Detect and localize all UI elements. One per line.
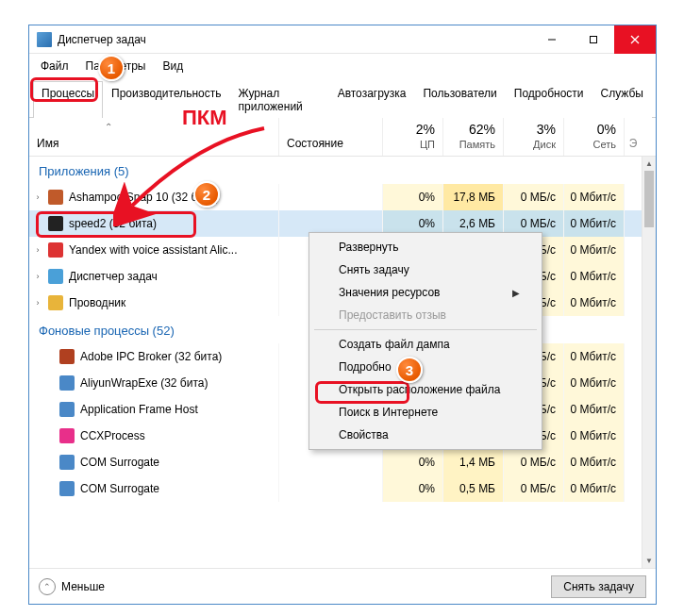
header-net-label: Сеть [568, 139, 616, 150]
header-disk-pct: 3% [508, 122, 556, 137]
context-menu-item[interactable]: Свойства [312, 424, 539, 446]
process-name-cell: ›Yandex with voice assistant Alic... [29, 237, 279, 263]
scrollbar[interactable]: ▲ ▼ [642, 157, 656, 568]
process-state-cell [279, 184, 383, 210]
header-cpu[interactable]: 2% ЦП [383, 118, 443, 156]
context-menu-item[interactable]: Развернуть [312, 236, 539, 258]
header-net-pct: 0% [568, 122, 616, 137]
tab-details[interactable]: Подробности [506, 81, 592, 118]
process-state-cell [279, 449, 383, 475]
process-name-cell: AliyunWrapExe (32 бита) [29, 370, 279, 396]
process-name-cell: Adobe IPC Broker (32 бита) [29, 343, 279, 370]
process-name-cell: ›Проводник [29, 290, 279, 316]
maximize-button[interactable] [573, 25, 614, 54]
header-net[interactable]: 0% Сеть [564, 118, 625, 156]
process-net-cell: 0 Мбит/с [564, 396, 625, 423]
tab-users[interactable]: Пользователи [414, 81, 505, 118]
process-icon [48, 295, 63, 310]
column-headers: ⌃ Имя Состояние 2% ЦП 62% Память 3% Диск… [29, 118, 656, 157]
context-menu-item-label: Поиск в Интернете [339, 406, 438, 419]
header-disk-label: Диск [508, 139, 556, 150]
context-menu-item-label: Подробно [339, 360, 392, 374]
process-net-cell: 0 Мбит/с [564, 210, 625, 237]
header-state[interactable]: Состояние [279, 118, 383, 156]
process-name-label: COM Surrogate [80, 482, 159, 495]
process-group-header: Приложения (5) [29, 157, 656, 184]
titlebar: Диспетчер задач [29, 25, 656, 54]
tab-startup[interactable]: Автозагрузка [329, 81, 415, 118]
process-disk-cell: 0 МБ/с [504, 475, 564, 502]
header-disk[interactable]: 3% Диск [504, 118, 564, 156]
process-name-label: Диспетчер задач [69, 270, 158, 283]
process-name-cell: CCXProcess [29, 423, 279, 449]
header-name-label: Имя [37, 137, 271, 150]
process-icon [59, 402, 75, 417]
fewer-details-button[interactable]: ⌃ Меньше [39, 578, 105, 595]
process-icon [59, 481, 75, 496]
context-menu-item[interactable]: Снять задачу [312, 258, 539, 281]
process-row[interactable]: COM Surrogate0%1,4 МБ0 МБ/с0 Мбит/с [29, 449, 656, 475]
context-menu-item-label: Свойства [339, 428, 389, 441]
header-mem-pct: 62% [447, 122, 495, 137]
process-state-cell [279, 475, 383, 502]
process-row[interactable]: ›Ashampoo Snap 10 (32 бита)0%17,8 МБ0 МБ… [29, 184, 656, 210]
process-icon [59, 428, 75, 443]
context-menu: РазвернутьСнять задачуЗначения ресурсов▶… [309, 232, 542, 450]
window-title: Диспетчер задач [58, 33, 531, 46]
svg-rect-1 [591, 36, 597, 42]
context-menu-item[interactable]: Подробно [312, 356, 539, 378]
app-icon [37, 32, 52, 47]
process-icon [59, 349, 75, 364]
tab-performance[interactable]: Производительность [103, 81, 229, 118]
context-menu-item[interactable]: Создать файл дампа [312, 333, 539, 356]
context-menu-item[interactable]: Поиск в Интернете [312, 401, 539, 424]
process-net-cell: 0 Мбит/с [564, 449, 625, 475]
close-button[interactable] [614, 25, 656, 54]
end-task-button[interactable]: Снять задачу [551, 575, 646, 598]
process-disk-cell: 0 МБ/с [504, 449, 564, 475]
tab-app-history[interactable]: Журнал приложений [230, 81, 329, 118]
process-name-cell: ›Диспетчер задач [29, 263, 279, 290]
tab-services[interactable]: Службы [592, 81, 652, 118]
expand-chevron-icon[interactable]: › [33, 272, 42, 281]
minimize-button[interactable] [531, 25, 573, 54]
header-mem[interactable]: 62% Память [443, 118, 504, 156]
expand-chevron-icon[interactable]: › [33, 298, 42, 308]
scroll-thumb[interactable] [644, 171, 654, 227]
menu-file[interactable]: Файл [33, 56, 76, 76]
header-name[interactable]: ⌃ Имя [29, 118, 279, 156]
context-menu-item-label: Создать файл дампа [339, 338, 450, 351]
process-net-cell: 0 Мбит/с [564, 184, 625, 210]
context-menu-item-label: Развернуть [339, 241, 399, 254]
menu-view[interactable]: Вид [155, 56, 191, 76]
process-net-cell: 0 Мбит/с [564, 290, 625, 316]
scroll-up-icon[interactable]: ▲ [642, 157, 656, 171]
context-menu-item[interactable]: Значения ресурсов▶ [312, 281, 539, 304]
process-net-cell: 0 Мбит/с [564, 475, 625, 502]
menu-options[interactable]: Параметры [78, 56, 154, 76]
process-name-cell: Application Frame Host [29, 396, 279, 423]
process-row[interactable]: COM Surrogate0%0,5 МБ0 МБ/с0 Мбит/с [29, 475, 656, 502]
process-cpu-cell: 0% [383, 475, 443, 502]
header-cpu-pct: 2% [387, 122, 435, 137]
expand-chevron-icon[interactable]: › [33, 192, 42, 202]
context-menu-item-label: Открыть расположение файла [339, 383, 500, 396]
sort-chevron-icon: ⌃ [105, 122, 112, 132]
process-name-cell: ›Ashampoo Snap 10 (32 бита) [29, 184, 279, 210]
context-menu-item-label: Снять задачу [339, 263, 409, 276]
process-name-label: AliyunWrapExe (32 бита) [80, 376, 208, 390]
process-icon [48, 216, 63, 231]
process-icon [48, 190, 63, 205]
process-net-cell: 0 Мбит/с [564, 263, 625, 290]
scroll-down-icon[interactable]: ▼ [642, 554, 656, 568]
context-menu-item[interactable]: Открыть расположение файла [312, 378, 539, 401]
process-name-label: Application Frame Host [80, 403, 198, 416]
process-icon [48, 242, 63, 258]
header-extra[interactable]: Э [625, 118, 642, 156]
process-name-cell: COM Surrogate [29, 475, 279, 502]
expand-chevron-icon[interactable]: › [33, 219, 42, 228]
tab-processes[interactable]: Процессы [33, 81, 103, 118]
expand-chevron-icon[interactable]: › [33, 245, 42, 255]
process-cpu-cell: 0% [383, 449, 443, 475]
process-net-cell: 0 Мбит/с [564, 423, 625, 449]
